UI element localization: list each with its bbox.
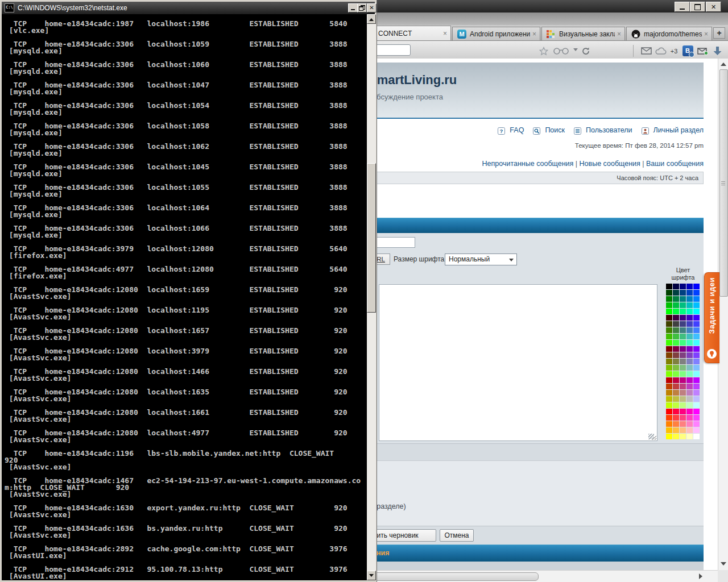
palette-color[interactable]	[686, 352, 693, 358]
palette-color[interactable]	[666, 427, 672, 433]
palette-color[interactable]	[673, 327, 679, 333]
download-icon[interactable]	[710, 45, 724, 56]
palette-color[interactable]	[673, 371, 679, 377]
palette-color[interactable]	[693, 327, 700, 333]
mail-icon[interactable]	[640, 45, 652, 56]
palette-color[interactable]	[693, 352, 700, 358]
palette-color[interactable]	[693, 427, 700, 433]
palette-color[interactable]	[686, 415, 693, 421]
palette-color[interactable]	[680, 415, 686, 421]
palette-color[interactable]	[680, 309, 686, 314]
tab-close-icon[interactable]: ×	[615, 30, 624, 38]
palette-color[interactable]	[693, 421, 700, 427]
tab-close-icon[interactable]: ×	[441, 30, 450, 38]
cmd-restore-button[interactable]	[357, 3, 367, 13]
palette-color[interactable]	[686, 421, 693, 427]
palette-color[interactable]	[693, 409, 700, 414]
palette-color[interactable]	[693, 296, 700, 302]
palette-color[interactable]	[666, 384, 672, 389]
browser-close-button[interactable]: ✕	[706, 2, 721, 12]
palette-color[interactable]	[686, 390, 693, 396]
palette-color[interactable]	[686, 434, 693, 439]
palette-color[interactable]	[680, 284, 686, 289]
palette-color[interactable]	[693, 284, 700, 289]
palette-color[interactable]	[693, 340, 700, 346]
palette-color[interactable]	[680, 352, 686, 358]
palette-color[interactable]	[686, 384, 693, 389]
palette-color[interactable]	[673, 334, 679, 339]
cmd-scroll-up-button[interactable]	[367, 14, 376, 24]
palette-color[interactable]	[673, 365, 679, 371]
palette-color[interactable]	[673, 315, 679, 321]
palette-color[interactable]	[686, 359, 693, 364]
chevron-down-icon[interactable]	[572, 45, 579, 56]
tab-close-icon[interactable]: ×	[530, 30, 540, 38]
palette-color[interactable]	[680, 390, 686, 396]
palette-color[interactable]	[666, 290, 672, 296]
palette-color[interactable]	[693, 359, 700, 364]
message-link-1[interactable]: Непрочитанные сообщения	[482, 160, 574, 168]
palette-color[interactable]	[680, 334, 686, 339]
palette-color[interactable]	[686, 290, 693, 296]
console-area[interactable]: TCP home-e18434cadc:1987 localhost:1986 …	[2, 14, 367, 580]
palette-color[interactable]	[693, 377, 700, 383]
tab-3[interactable]: Визуальные заклад...×	[541, 27, 625, 40]
palette-color[interactable]	[673, 290, 679, 296]
palette-color[interactable]	[680, 371, 686, 377]
reading-glasses-icon[interactable]	[553, 45, 570, 56]
palette-color[interactable]	[693, 346, 700, 352]
palette-color[interactable]	[680, 327, 686, 333]
palette-color[interactable]	[680, 396, 686, 402]
palette-color[interactable]	[686, 427, 693, 433]
palette-color[interactable]	[673, 309, 679, 314]
palette-color[interactable]	[680, 302, 686, 308]
bookmark-star-icon[interactable]	[538, 45, 549, 56]
tab-close-icon[interactable]: ×	[702, 30, 712, 38]
palette-color[interactable]	[680, 359, 686, 364]
palette-color[interactable]	[693, 334, 700, 339]
palette-color[interactable]	[673, 346, 679, 352]
browser-maximize-button[interactable]	[690, 2, 705, 12]
cmd-titlebar[interactable]: C:\ C:\WINDOWS\system32\netstat.exe	[2, 2, 375, 14]
palette-color[interactable]	[686, 284, 693, 289]
mail-checker-icon[interactable]	[696, 45, 709, 56]
palette-color[interactable]	[680, 346, 686, 352]
palette-color[interactable]	[666, 402, 672, 408]
palette-color[interactable]	[673, 427, 679, 433]
palette-color[interactable]	[686, 371, 693, 377]
palette-color[interactable]	[666, 309, 672, 314]
palette-color[interactable]	[680, 340, 686, 346]
palette-color[interactable]	[693, 365, 700, 371]
palette-color[interactable]	[666, 340, 672, 346]
palette-color[interactable]	[666, 315, 672, 321]
cmd-scroll-thumb[interactable]	[367, 163, 376, 313]
palette-color[interactable]	[673, 415, 679, 421]
palette-color[interactable]	[693, 415, 700, 421]
palette-color[interactable]	[686, 377, 693, 383]
palette-color[interactable]	[673, 284, 679, 289]
new-tab-button[interactable]: +	[713, 27, 725, 39]
palette-color[interactable]	[673, 396, 679, 402]
palette-color[interactable]	[666, 321, 672, 327]
browser-minimize-button[interactable]	[675, 2, 690, 12]
palette-color[interactable]	[666, 327, 672, 333]
nav-link-поиск[interactable]: Поиск	[533, 126, 565, 134]
palette-color[interactable]	[673, 352, 679, 358]
palette-color[interactable]	[666, 421, 672, 427]
nav-link-пользователи[interactable]: Пользователи	[574, 126, 632, 134]
palette-color[interactable]	[666, 415, 672, 421]
palette-color[interactable]	[680, 377, 686, 383]
palette-color[interactable]	[686, 346, 693, 352]
cancel-button[interactable]: Отмена	[440, 529, 474, 542]
tab-2[interactable]: MAndroid приложение×	[452, 27, 540, 40]
palette-color[interactable]	[673, 434, 679, 439]
palette-color[interactable]	[686, 409, 693, 414]
palette-color[interactable]	[686, 309, 693, 314]
tab-1[interactable]: CONNECT×	[371, 26, 451, 40]
nav-link-faq[interactable]: ?FAQ	[498, 126, 524, 134]
cmd-scroll-down-button[interactable]	[367, 571, 376, 580]
palette-color[interactable]	[666, 396, 672, 402]
cmd-scrollbar[interactable]	[367, 14, 376, 580]
palette-color[interactable]	[666, 302, 672, 308]
palette-color[interactable]	[680, 315, 686, 321]
